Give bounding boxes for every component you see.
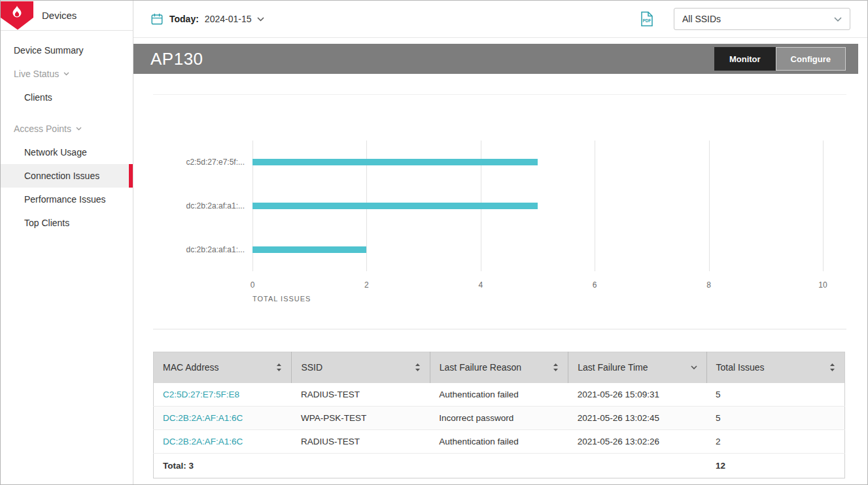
configure-button[interactable]: Configure — [776, 47, 846, 71]
date-label: Today: — [169, 14, 199, 24]
chevron-down-icon — [63, 72, 69, 76]
table-row: C2:5D:27:E7:5F:E8 RADIUS-TEST Authentica… — [154, 383, 845, 407]
sidebar-item-label: Network Usage — [24, 147, 87, 158]
column-header-ssid[interactable]: SSID — [292, 352, 430, 383]
failure-time-cell: 2021-05-26 13:02:45 — [568, 407, 706, 430]
chart-bar[interactable] — [252, 159, 538, 165]
chevron-down-icon — [834, 17, 842, 22]
sidebar-title: Devices — [42, 10, 77, 21]
sidebar-item-label: Connection Issues — [24, 171, 99, 181]
column-header-last-failure-time[interactable]: Last Failure Time — [568, 352, 706, 383]
column-header-mac-address[interactable]: MAC Address — [154, 352, 292, 383]
x-tick: 0 — [251, 280, 255, 290]
svg-text:PDF: PDF — [642, 18, 651, 23]
table-footer-row: Total: 3 12 — [154, 454, 845, 478]
column-label: Total Issues — [716, 362, 765, 373]
category-label: c2:5d:27:e7:5f:... — [186, 158, 245, 167]
mac-address-link[interactable]: DC:2B:2A:AF:A1:6C — [163, 437, 243, 446]
column-label: SSID — [301, 362, 322, 373]
content: c2:5d:27:e7:5f:... dc:2b:2a:af:a1:... dc… — [133, 74, 867, 484]
sidebar-item-performance-issues[interactable]: Performance Issues — [1, 188, 133, 211]
mac-address-link[interactable]: DC:2B:2A:AF:A1:6C — [163, 413, 243, 423]
app-root: Devices Device Summary Live Status Clien… — [0, 0, 868, 485]
category-label: dc:2b:2a:af:a1:... — [186, 201, 245, 210]
chart-category-labels: c2:5d:27:e7:5f:... dc:2b:2a:af:a1:... dc… — [153, 141, 252, 271]
pdf-file-icon: PDF — [640, 11, 654, 27]
issues-sum-total: 12 — [706, 454, 844, 478]
main-area: Today: 2024-01-15 PDF All SSIDs — [133, 1, 867, 484]
sort-both-icon[interactable] — [553, 363, 559, 371]
total-issues-cell: 5 — [706, 407, 844, 430]
x-tick: 4 — [478, 280, 483, 290]
category-label: dc:2b:2a:af:a1:... — [186, 245, 245, 254]
sidebar-menu: Device Summary Live Status Clients Acces… — [1, 31, 133, 235]
ssid-cell: WPA-PSK-TEST — [292, 407, 430, 430]
sort-both-icon[interactable] — [276, 363, 282, 371]
sidebar-item-network-usage[interactable]: Network Usage — [1, 141, 133, 164]
column-header-last-failure-reason[interactable]: Last Failure Reason — [430, 352, 568, 383]
date-value: 2024-01-15 — [205, 14, 252, 24]
sidebar-item-connection-issues[interactable]: Connection Issues — [1, 164, 133, 188]
column-header-total-issues[interactable]: Total Issues — [706, 352, 844, 383]
gridline — [823, 141, 824, 271]
ssid-filter-value: All SSIDs — [682, 14, 721, 24]
topbar: Today: 2024-01-15 PDF All SSIDs — [133, 1, 867, 38]
flame-icon — [9, 5, 26, 22]
date-picker[interactable]: Today: 2024-01-15 — [150, 12, 264, 25]
sidebar-item-label: Performance Issues — [24, 194, 106, 205]
ssid-filter-select[interactable]: All SSIDs — [674, 8, 850, 30]
column-label: Last Failure Reason — [440, 362, 521, 373]
sidebar: Devices Device Summary Live Status Clien… — [1, 1, 133, 484]
monitor-button[interactable]: Monitor — [714, 47, 776, 71]
sidebar-section-label: Access Points — [14, 122, 71, 135]
calendar-icon — [150, 12, 164, 25]
sort-both-icon[interactable] — [829, 363, 835, 371]
ssid-cell: RADIUS-TEST — [292, 430, 430, 454]
chevron-down-icon — [76, 127, 82, 131]
column-label: MAC Address — [163, 362, 219, 373]
failure-reason-cell: Authentication failed — [430, 383, 568, 407]
sidebar-header: Devices — [1, 1, 133, 31]
x-tick: 8 — [706, 280, 711, 290]
ssid-cell: RADIUS-TEST — [292, 383, 430, 407]
x-tick: 2 — [364, 280, 369, 290]
x-tick: 10 — [818, 280, 827, 290]
sort-desc-icon[interactable] — [691, 365, 697, 370]
sidebar-item-top-clients[interactable]: Top Clients — [1, 211, 133, 235]
sidebar-section-live-status[interactable]: Live Status — [1, 62, 133, 86]
sidebar-item-label: Top Clients — [24, 218, 69, 228]
sidebar-item-label: Clients — [24, 92, 52, 103]
total-issues-cell: 5 — [706, 383, 844, 407]
x-axis-ticks: 0 2 4 6 8 10 — [252, 271, 823, 293]
mac-address-link[interactable]: C2:5D:27:E7:5F:E8 — [163, 390, 239, 399]
mode-toggle: Monitor Configure — [714, 47, 846, 71]
connection-issues-table: MAC Address SSID Last Failure Reason — [153, 352, 846, 478]
chart-bars — [252, 141, 823, 271]
chart-plot — [252, 141, 823, 271]
table-row: DC:2B:2A:AF:A1:6C WPA-PSK-TEST Incorrect… — [154, 407, 845, 430]
sidebar-item-device-summary[interactable]: Device Summary — [1, 39, 133, 62]
failure-time-cell: 2021-05-26 13:02:26 — [568, 430, 706, 454]
row-count-total: Total: 3 — [154, 454, 292, 478]
sort-both-icon[interactable] — [415, 363, 421, 371]
chart-bar[interactable] — [252, 203, 538, 209]
total-issues-cell: 2 — [706, 430, 844, 454]
x-tick: 6 — [593, 280, 597, 290]
device-title: AP130 — [150, 49, 203, 69]
failure-reason-cell: Incorrect password — [430, 407, 568, 430]
topbar-right: PDF All SSIDs — [640, 8, 850, 30]
chart: c2:5d:27:e7:5f:... dc:2b:2a:af:a1:... dc… — [153, 141, 823, 303]
table-header-row: MAC Address SSID Last Failure Reason — [154, 352, 845, 383]
sidebar-section-label: Live Status — [14, 67, 59, 80]
sidebar-item-clients[interactable]: Clients — [1, 86, 133, 109]
chevron-down-icon — [257, 17, 264, 22]
x-axis-title: TOTAL ISSUES — [252, 295, 823, 303]
sidebar-item-label: Device Summary — [14, 45, 84, 56]
failure-reason-cell: Authentication failed — [430, 430, 568, 454]
sidebar-section-access-points[interactable]: Access Points — [1, 117, 133, 141]
brand-flame-logo — [1, 1, 33, 30]
pdf-export-icon[interactable]: PDF — [640, 11, 654, 27]
table-row: DC:2B:2A:AF:A1:6C RADIUS-TEST Authentica… — [154, 430, 845, 454]
chart-bar[interactable] — [252, 246, 366, 253]
column-label: Last Failure Time — [578, 362, 648, 373]
